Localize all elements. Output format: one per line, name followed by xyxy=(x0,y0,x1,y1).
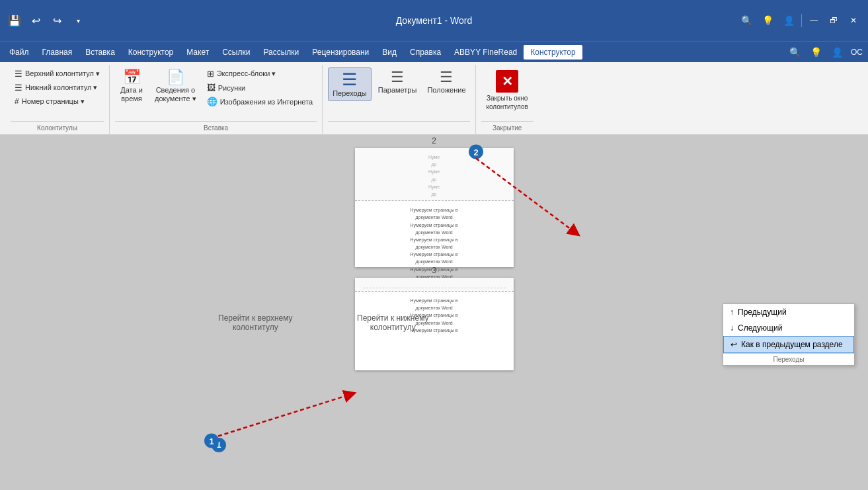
transitions-label: Переходы xyxy=(333,89,367,98)
pictures-label: Рисунки xyxy=(218,84,246,92)
menu-references[interactable]: Ссылки xyxy=(216,45,256,60)
page-2-line1: Нумеруем страницы вдокументах Word xyxy=(363,206,506,221)
undo-button[interactable]: ↩ xyxy=(26,11,45,30)
doc-info-button[interactable]: 📄 Сведения одокументе ▾ xyxy=(151,67,200,106)
pictures-icon: 🖼 xyxy=(207,83,216,93)
header-icon: ☰ xyxy=(15,69,22,79)
dropdown-item-same-as-prev[interactable]: ↩ Как в предыдущем разделе xyxy=(723,336,854,353)
menu-search-icon[interactable]: 🔍 xyxy=(785,42,805,62)
page-3-container: 3 Нумеруем страницы вдокументах Word Нум… xyxy=(355,278,514,370)
page-3-content: Нумеруем страницы вдокументах Word Нумер… xyxy=(355,292,514,339)
page-3-line3: Нумеруем страницы в xyxy=(363,327,506,334)
doc-info-label: Сведения одокументе ▾ xyxy=(155,86,196,103)
ribbon-group-close-label: Закрытие xyxy=(481,121,533,132)
save-button[interactable]: 💾 xyxy=(5,11,24,30)
express-blocks-button[interactable]: ⊞ Экспресс-блоки ▾ xyxy=(203,67,317,80)
dropdown-group-label: Переходы xyxy=(723,353,854,365)
ribbon: ☰ Верхний колонтитул ▾ ☰ Нижний колонтит… xyxy=(0,62,868,135)
redo-button[interactable]: ↪ xyxy=(48,11,66,30)
footer-button[interactable]: ☰ Нижний колонтитул ▾ xyxy=(11,81,104,94)
help-icon[interactable]: 💡 xyxy=(758,11,777,30)
close-header-footer-button[interactable]: ✕ Закрыть окноколонтитулов xyxy=(481,67,533,114)
same-as-prev-icon: ↩ xyxy=(730,340,737,349)
date-time-label: Дата ивремя xyxy=(120,86,143,103)
online-images-label: Изображения из Интернета xyxy=(220,98,313,106)
doc-info-icon: 📄 xyxy=(167,70,184,85)
position-label: Положение xyxy=(427,86,465,95)
page-2-header-text3: Нумедо xyxy=(363,183,506,198)
page-2-header-text1: Нумедо xyxy=(363,153,506,168)
menu-layout[interactable]: Макет xyxy=(180,45,216,60)
online-images-button[interactable]: 🌐 Изображения из Интернета xyxy=(203,95,317,108)
menu-abbyy[interactable]: ABBYY FineRead xyxy=(448,45,524,60)
ribbon-group-insert-label: Вставка xyxy=(115,121,317,132)
page-2-line4: Нумеруем страницы вдокументах Word xyxy=(363,251,506,265)
page-3-header-line xyxy=(363,280,506,288)
search-icon[interactable]: 🔍 xyxy=(736,11,756,30)
account-icon[interactable]: 👤 xyxy=(779,11,799,30)
menu-design[interactable]: Конструктор xyxy=(122,45,180,60)
page-2-number: 2 xyxy=(432,136,436,145)
close-button[interactable]: ✕ xyxy=(844,11,863,30)
page-2-header[interactable]: Нумедо Нумедо Нумедо xyxy=(355,148,514,201)
close-label: Закрыть окноколонтитулов xyxy=(487,94,528,111)
menu-account-icon[interactable]: 👤 xyxy=(827,42,847,62)
menu-help[interactable]: Справка xyxy=(403,45,448,60)
menu-constructor[interactable]: Конструктор xyxy=(524,45,582,60)
menu-home[interactable]: Главная xyxy=(36,45,79,60)
express-blocks-label: Экспресс-блоки ▾ xyxy=(217,69,276,78)
date-time-icon: 📅 xyxy=(123,70,141,85)
ribbon-group-insert-content: 📅 Дата ивремя 📄 Сведения одокументе ▾ ⊞ … xyxy=(115,67,317,118)
dropdown-item-next[interactable]: ↓ Следующий xyxy=(723,320,854,336)
date-time-button[interactable]: 📅 Дата ивремя xyxy=(115,67,148,106)
transitions-button[interactable]: ☰ Переходы xyxy=(328,67,372,101)
position-button[interactable]: ☰ Положение xyxy=(423,67,469,97)
page-number-button[interactable]: # Номер страницы ▾ xyxy=(11,95,104,107)
nav-icons: 🔍 💡 👤 — 🗗 ✕ xyxy=(736,11,863,30)
title-bar-right: 🔍 💡 👤 — 🗗 ✕ xyxy=(736,11,863,30)
transitions-dropdown: ↑ Предыдущий ↓ Следующий ↩ Как в предыду… xyxy=(723,304,855,366)
page-2-header-text2: Нумедо xyxy=(363,168,506,183)
page-3-header[interactable] xyxy=(355,278,514,292)
menu-help-icon[interactable]: 💡 xyxy=(806,42,826,62)
menu-mailings[interactable]: Рассылки xyxy=(256,45,305,60)
next-label: Следующий xyxy=(738,323,782,333)
menu-review[interactable]: Рецензировани xyxy=(305,45,375,60)
separator xyxy=(801,14,802,27)
page-2-line2: Нумеруем страницы вдокументах Word xyxy=(363,222,506,236)
options-button[interactable]: ☰ Параметры xyxy=(374,67,421,97)
account-label: ОС xyxy=(848,48,865,57)
menu-file[interactable]: Файл xyxy=(3,45,36,60)
header-button[interactable]: ☰ Верхний колонтитул ▾ xyxy=(11,67,104,80)
header-footer-buttons: ☰ Верхний колонтитул ▾ ☰ Нижний колонтит… xyxy=(11,67,104,107)
menu-insert[interactable]: Вставка xyxy=(79,45,122,60)
options-icon: ☰ xyxy=(391,70,404,85)
menu-view[interactable]: Вид xyxy=(375,45,403,60)
next-icon: ↓ xyxy=(730,323,734,333)
transitions-icon: ☰ xyxy=(342,71,357,88)
restore-button[interactable]: 🗗 xyxy=(824,11,843,30)
page-3[interactable]: Нумеруем страницы вдокументах Word Нумер… xyxy=(355,278,514,370)
page-2[interactable]: Нумедо Нумедо Нумедо Нумеруем страницы в… xyxy=(355,148,514,267)
previous-label: Предыдущий xyxy=(738,307,787,317)
badge-1: 1 xyxy=(212,438,226,452)
page-3-number: 3 xyxy=(432,266,436,275)
dropdown-item-previous[interactable]: ↑ Предыдущий xyxy=(723,304,854,320)
page-3-line2: Нумеруем страницы вдокументах Word xyxy=(363,311,506,326)
title-bar-left: 💾 ↩ ↪ ▾ xyxy=(5,11,87,30)
same-as-prev-label: Как в предыдущем разделе xyxy=(741,340,843,349)
pictures-button[interactable]: 🖼 Рисунки xyxy=(203,81,317,94)
page-2-container: 2 Нумедо Нумедо Нумедо Нумеруем страницы… xyxy=(355,148,514,267)
customize-quick-access-button[interactable]: ▾ xyxy=(69,11,87,30)
minimize-button[interactable]: — xyxy=(805,11,823,30)
document-area: 2 Нумедо Нумедо Нумедо Нумеруем страницы… xyxy=(0,135,868,489)
previous-icon: ↑ xyxy=(730,307,734,317)
page-3-line1: Нумеруем страницы вдокументах Word xyxy=(363,297,506,311)
page-number-icon: # xyxy=(15,97,19,106)
ribbon-group-headers: ☰ Верхний колонтитул ▾ ☰ Нижний колонтит… xyxy=(5,65,110,134)
position-icon: ☰ xyxy=(440,70,453,85)
title-bar: 💾 ↩ ↪ ▾ Документ1 - Word 🔍 💡 👤 — 🗗 ✕ xyxy=(0,0,868,41)
close-red-icon: ✕ xyxy=(496,70,518,93)
ribbon-group-close-content: ✕ Закрыть окноколонтитулов xyxy=(481,67,533,118)
menu-bar-right: 🔍 💡 👤 ОС xyxy=(785,42,865,62)
